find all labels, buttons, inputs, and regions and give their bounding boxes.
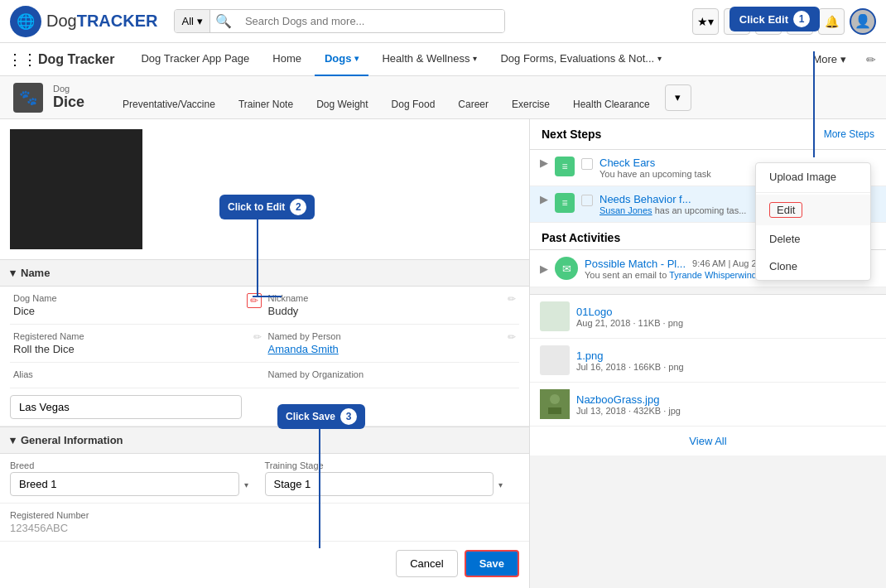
activity-person-link[interactable]: Tyrande Whisperwind — [669, 270, 757, 280]
dog-photo-area — [0, 119, 529, 259]
file-meta-2: Jul 16, 2018 · 166KB · png — [576, 362, 876, 372]
activity-expand-icon[interactable]: ▶ — [540, 263, 548, 275]
location-section — [0, 388, 529, 427]
task-expand-icon-2[interactable]: ▶ — [540, 193, 548, 205]
save-button[interactable]: Save — [465, 550, 519, 577]
general-info-section-header: ▾ General Information — [0, 427, 529, 454]
favorites-button[interactable]: ★▾ — [692, 8, 719, 35]
avatar-icon: 👤 — [855, 13, 871, 29]
tab-career[interactable]: Career — [446, 92, 500, 118]
more-caret-icon: ▾ — [840, 53, 846, 65]
notifications-button[interactable]: 🔔 — [818, 8, 845, 35]
training-stage-select[interactable]: Stage 1 — [265, 472, 494, 496]
dog-photo — [10, 129, 142, 249]
health-caret-icon: ▾ — [473, 54, 477, 63]
step1-arrow — [813, 51, 815, 157]
record-tabs: Preventative/Vaccine Trainer Note Dog We… — [111, 76, 873, 118]
file-item-nazboograss: NazbooGrass.jpg Jul 13, 2018 · 432KB · j… — [530, 383, 886, 427]
named-by-org-field: Named by Organization — [265, 363, 520, 388]
step2-arrow-vert — [257, 218, 258, 296]
training-stage-caret-icon: ▾ — [498, 480, 503, 489]
registered-name-edit-icon[interactable]: ✏ — [253, 331, 262, 343]
breed-select[interactable]: Breed 1 — [10, 472, 239, 496]
dropdown-clone[interactable]: Clone — [756, 253, 870, 280]
chevron-down-icon: ▾ — [10, 434, 16, 446]
cancel-button[interactable]: Cancel — [396, 550, 457, 577]
named-by-person-edit-icon[interactable]: ✏ — [508, 331, 516, 343]
dog-name-field: Dog Name Dice ✏ — [10, 287, 265, 325]
next-steps-header: Next Steps More Steps — [530, 119, 886, 150]
breed-select-wrapper: Breed 1 ▾ — [10, 472, 265, 496]
nav-item-home[interactable]: Home — [262, 43, 311, 76]
view-all-button[interactable]: View All — [530, 427, 886, 455]
nav-item-dog-tracker-app-page[interactable]: Dog Tracker App Page — [131, 43, 259, 76]
search-all-dropdown[interactable]: All ▾ — [175, 10, 209, 32]
star-icon: ★▾ — [697, 15, 714, 28]
activity-title[interactable]: Possible Match - Pl... — [585, 258, 686, 270]
nav-item-dogs[interactable]: Dogs ▾ — [315, 43, 369, 76]
tab-dog-food[interactable]: Dog Food — [380, 92, 447, 118]
tab-exercise[interactable]: Exercise — [500, 92, 561, 118]
file-item-1png: 1.png Jul 16, 2018 · 166KB · png — [530, 339, 886, 383]
breed-stage-row: Breed Breed 1 ▾ Training Stage Stage 1 ▾ — [0, 454, 529, 503]
file-item-01logo: 01Logo Aug 21, 2018 · 11KB · png — [530, 295, 886, 339]
step2-click-to-edit-badge: Click to Edit 2 — [219, 195, 315, 219]
svg-point-1 — [550, 394, 560, 404]
svg-rect-2 — [548, 407, 561, 414]
task-checkbox[interactable] — [581, 158, 593, 170]
file-name-2[interactable]: 1.png — [576, 349, 876, 362]
right-of-photo — [152, 129, 519, 249]
dropdown-delete[interactable]: Delete — [756, 225, 870, 253]
task-expand-icon[interactable]: ▶ — [540, 157, 548, 169]
action-buttons: Cancel Save — [0, 541, 529, 586]
breed-caret-icon: ▾ — [244, 480, 248, 489]
nickname-edit-icon[interactable]: ✏ — [508, 293, 516, 305]
tab-dog-weight[interactable]: Dog Weight — [305, 92, 379, 118]
chevron-down-icon: ▾ — [10, 267, 16, 279]
nav-item-dog-forms[interactable]: Dog Forms, Evaluations & Not... ▾ — [490, 43, 672, 76]
nav-more-button[interactable]: More ▾ — [802, 46, 856, 72]
file-thumb-nazboograss — [540, 389, 570, 419]
tabs-more-button[interactable]: ▾ — [665, 84, 691, 111]
training-stage-select-wrapper: Stage 1 ▾ — [265, 472, 520, 496]
bell-icon: 🔔 — [825, 15, 839, 28]
file-thumb-1png — [540, 345, 570, 375]
activity-type-icon: ✉ — [555, 257, 578, 280]
file-content-nazboograss: NazbooGrass.jpg Jul 13, 2018 · 432KB · j… — [576, 393, 876, 416]
record-header: 🐾 Dog Dice Preventative/Vaccine Trainer … — [0, 76, 886, 119]
task-checkbox-2[interactable] — [581, 195, 593, 206]
alias-field: Alias — [10, 363, 265, 388]
record-title-area: Dog Dice — [53, 84, 84, 111]
breed-field: Breed Breed 1 ▾ — [10, 460, 265, 496]
location-input[interactable] — [10, 395, 242, 419]
search-area[interactable]: All ▾ 🔍 — [174, 9, 505, 33]
nickname-field: Nickname Buddy ✏ — [265, 287, 520, 325]
file-name[interactable]: 01Logo — [576, 306, 876, 318]
nav-item-health-wellness[interactable]: Health & Wellness ▾ — [372, 43, 487, 76]
app-logo-text: DogTRACKER — [46, 12, 157, 31]
file-meta-3: Jul 13, 2018 · 432KB · jpg — [576, 406, 876, 416]
step2-number: 2 — [290, 199, 306, 215]
step3-number: 3 — [340, 408, 357, 425]
avatar-button[interactable]: 👤 — [850, 8, 876, 35]
tab-health-clearance[interactable]: Health Clearance — [561, 92, 662, 118]
step1-number: 1 — [793, 11, 810, 27]
training-stage-field: Training Stage Stage 1 ▾ — [265, 460, 520, 496]
search-input[interactable] — [237, 10, 505, 32]
tab-trainer-note[interactable]: Trainer Note — [227, 92, 305, 118]
app-nav-title: Dog Tracker — [38, 52, 114, 67]
dropdown-upload-image[interactable]: Upload Image — [756, 163, 870, 190]
tab-preventative-vaccine[interactable]: Preventative/Vaccine — [111, 92, 227, 118]
step3-arrow-vert — [319, 424, 320, 548]
app-grid-icon[interactable]: ⋮⋮ — [10, 47, 35, 72]
task-type-icon: ≡ — [555, 157, 575, 176]
task-type-icon-2: ≡ — [555, 193, 575, 213]
edit-pencil-icon[interactable]: ✏ — [866, 53, 876, 66]
file-name-3[interactable]: NazbooGrass.jpg — [576, 393, 876, 406]
file-meta: Aug 21, 2018 · 11KB · png — [576, 318, 876, 328]
file-content-1png: 1.png Jul 16, 2018 · 166KB · png — [576, 349, 876, 372]
forms-caret-icon: ▾ — [657, 54, 662, 63]
file-content-01logo: 01Logo Aug 21, 2018 · 11KB · png — [576, 306, 876, 328]
dropdown-edit[interactable]: Edit — [756, 195, 870, 225]
more-steps-button[interactable]: More Steps — [824, 128, 874, 140]
